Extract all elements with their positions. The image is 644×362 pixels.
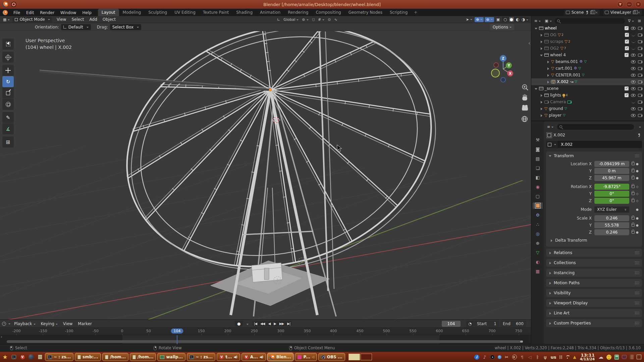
window-menu-button[interactable]: ▼ bbox=[617, 1, 623, 7]
expand-icon[interactable] bbox=[540, 34, 543, 37]
tab-scripting[interactable]: Scripting bbox=[386, 9, 411, 16]
timeline-expand-icon[interactable]: › bbox=[1, 335, 2, 339]
panel-grip-icon[interactable] bbox=[635, 251, 639, 254]
disable-render-icon[interactable] bbox=[638, 87, 642, 90]
custom-properties-panel[interactable]: Custom Properties bbox=[546, 319, 642, 327]
expand-icon[interactable] bbox=[540, 40, 543, 43]
outliner-row-og[interactable]: OG 2 bbox=[531, 32, 644, 38]
panel-grip-icon[interactable] bbox=[635, 321, 639, 325]
outliner-row-cart001[interactable]: cart.001 bbox=[531, 65, 644, 72]
emoji-tray-icon[interactable] bbox=[606, 355, 611, 360]
hidden-eye-icon[interactable] bbox=[631, 47, 636, 50]
new-view-layer-icon[interactable] bbox=[633, 11, 636, 14]
tab-modifiers[interactable]: ⚙ bbox=[533, 212, 543, 218]
properties-editor-icon[interactable]: ≡ bbox=[546, 124, 554, 129]
timeline-editor-icon[interactable] bbox=[2, 322, 6, 326]
wifi-tray-icon[interactable] bbox=[565, 355, 570, 359]
favorites-launcher-icon[interactable]: ★ bbox=[1, 353, 9, 361]
disc-tray-icon[interactable] bbox=[490, 355, 495, 359]
frame-end-field[interactable]: End 600 bbox=[500, 321, 526, 327]
jump-to-start-button[interactable]: |◀ bbox=[252, 321, 259, 326]
animate-dot-icon[interactable]: ● bbox=[635, 169, 640, 173]
expand-icon[interactable] bbox=[535, 27, 538, 30]
filter-funnel-icon[interactable]: ∇ bbox=[627, 18, 635, 23]
outliner-filter-id-dropdown[interactable]: ▣ bbox=[544, 18, 552, 23]
desktop-2[interactable] bbox=[361, 354, 372, 360]
tab-object-active[interactable] bbox=[533, 202, 543, 209]
view-layer-selector[interactable]: ViewLayer ✕ bbox=[603, 9, 642, 15]
disable-render-icon[interactable] bbox=[638, 47, 642, 50]
disable-render-icon[interactable] bbox=[638, 34, 642, 37]
relations-panel[interactable]: Relations bbox=[546, 249, 642, 257]
menu-view[interactable]: View bbox=[54, 16, 69, 22]
files-launcher-icon[interactable] bbox=[36, 353, 44, 361]
animate-dot-icon[interactable]: ● bbox=[635, 231, 640, 234]
panel-grip-icon[interactable] bbox=[635, 271, 639, 275]
ortho-grid-icon[interactable] bbox=[522, 116, 527, 122]
keyframe-diamond-icon[interactable]: ◇ bbox=[635, 199, 640, 202]
solid-shading-icon[interactable]: ● bbox=[509, 17, 514, 22]
bluetooth-tray-icon[interactable]: ᛒ bbox=[535, 355, 540, 360]
tool-transform[interactable] bbox=[2, 99, 14, 110]
tab-compositing[interactable]: Compositing bbox=[312, 9, 344, 16]
line-art-panel[interactable]: Line Art bbox=[546, 309, 642, 317]
tab-output[interactable]: ▤ bbox=[533, 156, 543, 162]
snap-magnet-icon[interactable]: Ω bbox=[311, 17, 316, 22]
disable-render-icon[interactable] bbox=[638, 101, 642, 104]
close-button[interactable]: ✕ bbox=[635, 1, 641, 7]
tab-animation[interactable]: Animation bbox=[256, 9, 284, 16]
tool-scale[interactable] bbox=[2, 87, 14, 99]
new-scene-icon[interactable] bbox=[590, 11, 593, 14]
expand-icon[interactable] bbox=[535, 87, 538, 90]
editor-type-dropdown[interactable]: ▦ bbox=[2, 17, 11, 22]
hide-eye-icon[interactable] bbox=[631, 80, 636, 83]
expand-icon[interactable] bbox=[540, 54, 543, 57]
playhead-line[interactable] bbox=[177, 335, 177, 344]
disable-render-icon[interactable] bbox=[638, 40, 642, 43]
tab-collection[interactable]: ▢ bbox=[533, 193, 543, 199]
expand-icon[interactable] bbox=[540, 107, 543, 110]
hide-eye-icon[interactable] bbox=[631, 54, 636, 57]
weather-cloud-tray-icon[interactable]: ☁ bbox=[598, 354, 603, 360]
prev-keyframe-button[interactable]: ◀◀ bbox=[259, 321, 266, 326]
region-collapse-icon[interactable]: ‹ bbox=[528, 40, 530, 46]
tab-world[interactable]: ◉ bbox=[533, 184, 543, 190]
outliner-row-player[interactable]: player bbox=[531, 112, 644, 119]
outliner-display-mode-dropdown[interactable]: ≡ bbox=[533, 18, 542, 23]
hide-eye-icon[interactable] bbox=[631, 114, 636, 117]
expand-icon[interactable] bbox=[540, 101, 543, 104]
disable-render-icon[interactable] bbox=[638, 94, 642, 97]
lock-icon[interactable] bbox=[632, 199, 635, 202]
timeline-scrollbar[interactable] bbox=[7, 340, 521, 343]
exclude-checkbox[interactable] bbox=[625, 93, 629, 97]
outliner-row-wheel[interactable]: wheel bbox=[531, 25, 644, 32]
play-button[interactable]: ▶ bbox=[272, 321, 278, 326]
keyframe-diamond-icon[interactable]: ◇ bbox=[635, 185, 640, 188]
add-workspace-button[interactable]: + bbox=[411, 9, 420, 16]
tab-layout[interactable]: Layout bbox=[98, 9, 119, 16]
exclude-checkbox[interactable] bbox=[625, 33, 629, 37]
gizmos-toggle[interactable]: ⊕ bbox=[475, 17, 484, 22]
disable-render-icon[interactable] bbox=[638, 54, 642, 57]
tab-render[interactable]: ◙ bbox=[533, 146, 543, 153]
info-tray-icon[interactable]: i bbox=[474, 355, 479, 360]
tool-add-cube[interactable]: ⊞ bbox=[2, 136, 14, 147]
tool-annotate[interactable]: ✎ bbox=[2, 112, 14, 123]
rendered-shading-icon[interactable]: ◑ bbox=[522, 17, 528, 22]
properties-search-input[interactable] bbox=[557, 124, 634, 130]
animate-dot-icon[interactable]: ● bbox=[635, 224, 640, 227]
object-name-field[interactable]: X.002 bbox=[558, 141, 642, 148]
tab-rendering[interactable]: Rendering bbox=[284, 9, 312, 16]
terminal-launcher-icon[interactable]: ›_ bbox=[10, 353, 17, 361]
outliner-row-camera[interactable]: Camera bbox=[531, 99, 644, 105]
task-terminal-1[interactable]: ›_~ : zs... bbox=[45, 353, 73, 361]
keyboard-layout-indicator[interactable]: us bbox=[551, 355, 556, 360]
address-book-tray-icon[interactable] bbox=[630, 355, 634, 359]
play-reverse-button[interactable]: ◀ bbox=[266, 321, 272, 326]
panel-grip-icon[interactable] bbox=[635, 311, 639, 315]
clock[interactable]: 13:11 4/13/24 bbox=[580, 353, 595, 361]
location-x-field[interactable]: -0.094199 m bbox=[594, 161, 629, 167]
panel-grip-icon[interactable] bbox=[635, 291, 639, 295]
exclude-checkbox[interactable] bbox=[625, 26, 629, 30]
overlays-toggle[interactable]: ⊚ bbox=[485, 17, 494, 22]
